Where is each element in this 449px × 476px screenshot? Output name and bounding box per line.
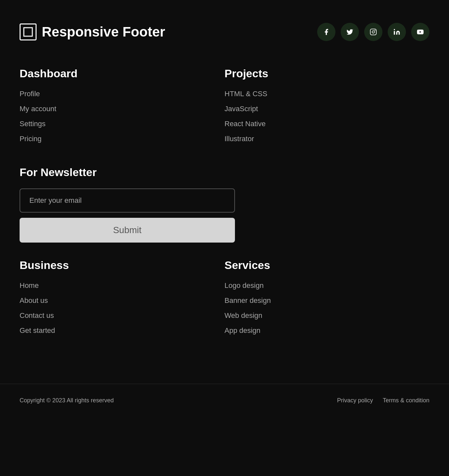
projects-link-javascript[interactable]: JavaScript <box>225 105 429 113</box>
header: Responsive Footer <box>20 13 429 61</box>
svg-point-2 <box>372 31 374 33</box>
svg-point-4 <box>394 29 395 30</box>
business-link-contactus[interactable]: Contact us <box>20 311 225 320</box>
dashboard-link-profile[interactable]: Profile <box>20 90 225 98</box>
svg-point-3 <box>375 30 376 31</box>
bottom-bar: Copyright © 2023 All rights reserved Pri… <box>0 384 449 417</box>
projects-section: Projects HTML & CSS JavaScript React Nat… <box>225 67 429 166</box>
brand: Responsive Footer <box>20 23 165 40</box>
services-title: Services <box>225 259 429 272</box>
services-link-webdesign[interactable]: Web design <box>225 311 429 320</box>
services-link-appdesign[interactable]: App design <box>225 326 429 335</box>
business-link-home[interactable]: Home <box>20 281 225 290</box>
dashboard-title: Dashboard <box>20 67 225 80</box>
youtube-icon[interactable] <box>411 23 429 41</box>
facebook-icon[interactable] <box>317 23 335 41</box>
business-link-getstarted[interactable]: Get started <box>20 326 225 335</box>
dashboard-section: Dashboard Profile My account Settings Pr… <box>20 67 225 166</box>
projects-link-htmlcss[interactable]: HTML & CSS <box>225 90 429 98</box>
svg-rect-0 <box>24 28 32 36</box>
services-link-logodesign[interactable]: Logo design <box>225 281 429 290</box>
business-title: Business <box>20 259 225 272</box>
linkedin-icon[interactable] <box>388 23 406 41</box>
instagram-icon[interactable] <box>364 23 382 41</box>
services-link-bannerdesign[interactable]: Banner design <box>225 296 429 305</box>
submit-button[interactable]: Submit <box>20 218 235 243</box>
email-input[interactable] <box>20 188 235 213</box>
brand-logo <box>20 23 37 40</box>
dashboard-link-myaccount[interactable]: My account <box>20 105 225 113</box>
social-icons <box>317 23 429 41</box>
copyright-text: Copyright © 2023 All rights reserved <box>20 397 114 404</box>
dashboard-link-pricing[interactable]: Pricing <box>20 135 225 143</box>
services-section: Services Logo design Banner design Web d… <box>225 259 429 358</box>
brand-title: Responsive Footer <box>42 24 165 40</box>
newsletter-section: For Newsletter Submit <box>0 166 449 259</box>
newsletter-title: For Newsletter <box>20 166 429 179</box>
bottom-links: Privacy policy Terms & condition <box>337 397 429 404</box>
terms-link[interactable]: Terms & condition <box>383 397 429 404</box>
projects-title: Projects <box>225 67 429 80</box>
privacy-policy-link[interactable]: Privacy policy <box>337 397 373 404</box>
projects-link-illustrator[interactable]: Illustrator <box>225 135 429 143</box>
projects-link-reactnative[interactable]: React Native <box>225 120 429 128</box>
business-section: Business Home About us Contact us Get st… <box>20 259 225 358</box>
business-link-aboutus[interactable]: About us <box>20 296 225 305</box>
twitter-icon[interactable] <box>341 23 359 41</box>
svg-rect-1 <box>370 29 376 35</box>
dashboard-link-settings[interactable]: Settings <box>20 120 225 128</box>
